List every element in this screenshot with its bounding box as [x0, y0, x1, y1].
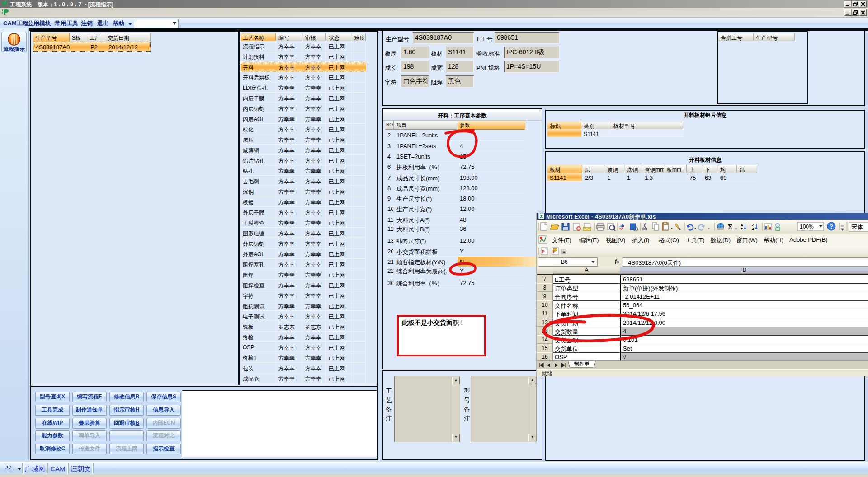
svg-text:?: ? [830, 223, 833, 230]
svg-text:A: A [741, 223, 743, 227]
svg-text:Σ: Σ [728, 223, 732, 231]
svg-text:Z: Z [752, 223, 754, 227]
svg-text:宋体: 宋体 [851, 224, 863, 230]
svg-text:ab: ab [619, 224, 624, 228]
svg-text:Z: Z [741, 227, 743, 231]
svg-text:100%: 100% [800, 224, 814, 230]
svg-text:A: A [752, 227, 755, 231]
svg-text:P: P [542, 249, 545, 254]
